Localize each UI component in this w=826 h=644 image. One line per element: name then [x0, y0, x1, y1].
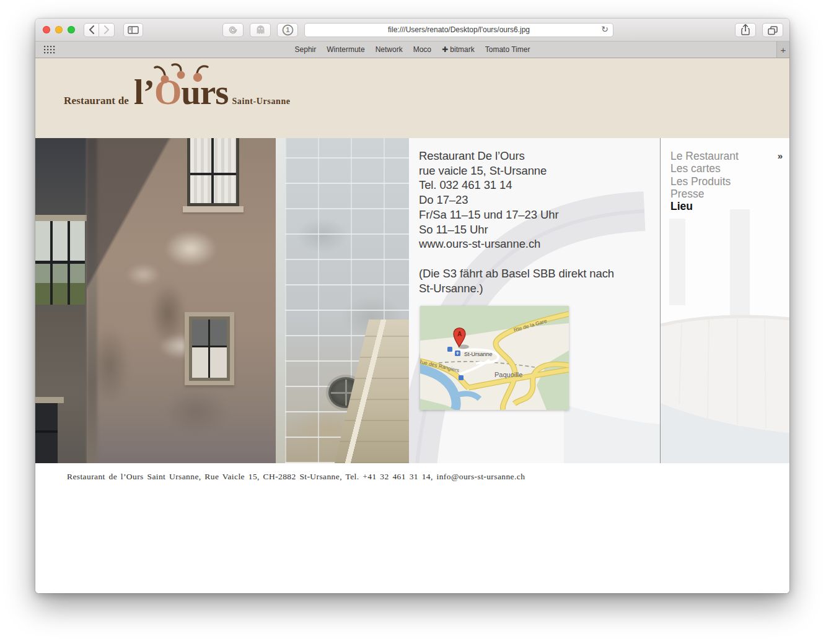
toolbar-right-group [735, 23, 783, 37]
bookmark-item[interactable]: Network [376, 45, 403, 54]
share-icon [740, 24, 751, 36]
photo-window-sill [183, 206, 244, 212]
contact-line: rue vaicle 15, St-Ursanne [419, 163, 558, 178]
photo-curtain-window-top [187, 138, 239, 206]
ghost-icon [256, 25, 265, 35]
svg-text:A: A [457, 331, 462, 337]
bookmark-item[interactable]: Moco [413, 45, 431, 54]
contact-line: Do 17–23 [419, 193, 558, 207]
circled-one-icon: 1 [282, 24, 294, 36]
transit-note: (Die S3 fährt ab Basel SBB direkt nachSt… [419, 266, 614, 295]
nav-sidebar: Le RestaurantLes cartesLes ProduitsPress… [661, 138, 789, 463]
spiral-icon [227, 25, 239, 35]
bookmark-item[interactable]: Tomato Timer [485, 45, 530, 54]
logo-wordmark: l’Ours [134, 76, 228, 109]
content-band: Restaurant De l’Oursrue vaicle 15, St-Ur… [35, 138, 789, 463]
web-page: Restaurant de l’Ours Saint-Ursanne [35, 58, 789, 593]
photo-window-lintel [35, 215, 90, 221]
contact-line: So 11–15 Uhr [419, 222, 558, 237]
location-map[interactable]: A St-Ursanne Paquoille Rte de la Gare Ru… [420, 306, 569, 410]
address-bar[interactable]: file:///Users/renato/Desktop/l'ours/ours… [304, 23, 613, 37]
zoom-button[interactable] [68, 26, 75, 33]
site-logo[interactable]: Restaurant de l’Ours Saint-Ursanne [64, 76, 291, 109]
chevron-right-icon [103, 25, 110, 34]
extension-buttons: 1 [222, 23, 298, 37]
share-button[interactable] [735, 23, 756, 37]
url-text: file:///Users/renato/Desktop/l'ours/ours… [388, 25, 530, 34]
contact-line: Fr/Sa 11–15 und 17–23 Uhr [419, 207, 558, 222]
spiral-extension-button[interactable] [222, 23, 244, 37]
note-line: (Die S3 fährt ab Basel SBB direkt nach [419, 266, 614, 281]
bookmarks-bar: SephirWintermuteNetworkMoco✚ bitmarkToma… [35, 41, 789, 58]
photo-diagonal-shadow [87, 138, 276, 463]
photo-window-lintel [35, 397, 64, 403]
svg-text:1: 1 [286, 26, 289, 33]
bookmark-item[interactable]: Wintermute [327, 45, 364, 54]
new-tab-button[interactable]: + [776, 41, 789, 58]
building-photo [35, 138, 409, 463]
photo-corner-quoin [276, 138, 285, 463]
sidebar-icon [128, 26, 139, 34]
back-button[interactable] [84, 23, 99, 37]
contact-line: www.ours-st-ursanne.ch [419, 237, 558, 251]
site-nav: Le RestaurantLes cartesLes ProduitsPress… [670, 150, 739, 212]
bear-paw-claws-icon [154, 63, 211, 85]
photo-window-bottom-left [35, 403, 58, 463]
minimize-button[interactable] [55, 26, 63, 33]
nav-item[interactable]: Presse [670, 188, 739, 200]
close-button[interactable] [43, 26, 50, 33]
map-place-label: St-Ursanne [464, 351, 493, 357]
tabs-icon [767, 25, 778, 35]
footer-address: Restaurant de l’Ours Saint Ursanne, Rue … [67, 472, 525, 482]
map-area-label: Paquoille [494, 371, 522, 378]
chevron-left-icon [89, 25, 95, 34]
ghost-extension-button[interactable] [250, 23, 271, 37]
browser-toolbar: 1 file:///Users/renato/Desktop/l'ours/ou… [35, 19, 789, 41]
contact-line: Tel. 032 461 31 14 [419, 178, 558, 193]
nav-item[interactable]: Lieu [670, 200, 739, 212]
reload-button[interactable]: ↻ [601, 24, 609, 34]
logo-suffix: Saint-Ursanne [232, 97, 290, 107]
bookmark-item[interactable]: ✚ bitmark [442, 45, 475, 54]
info-column: Restaurant De l’Oursrue vaicle 15, St-Ur… [409, 138, 661, 463]
password-extension-button[interactable]: 1 [277, 23, 298, 37]
site-header: Restaurant de l’Ours Saint-Ursanne [35, 58, 789, 138]
bookmark-list: SephirWintermuteNetworkMoco✚ bitmarkToma… [295, 45, 530, 54]
photo-window-left [35, 221, 85, 305]
logo-prefix: Restaurant de [64, 95, 129, 107]
contact-line: Restaurant De l’Ours [419, 149, 558, 163]
nav-item[interactable]: Les cartes [670, 162, 739, 175]
page-footer: Restaurant de l’Ours Saint Ursanne, Rue … [35, 463, 789, 593]
bookmark-item[interactable]: Sephir [295, 45, 317, 54]
contact-block: Restaurant De l’Oursrue vaicle 15, St-Ur… [419, 149, 558, 251]
nav-item[interactable]: Les Produits [670, 175, 739, 188]
sidebar-button[interactable] [123, 23, 143, 37]
logo-l: l’ [134, 72, 154, 111]
traffic-lights [43, 26, 75, 33]
note-line: St-Ursanne.) [419, 281, 614, 296]
nav-item[interactable]: Le Restaurant [670, 150, 739, 162]
show-tabs-button[interactable] [762, 23, 783, 37]
browser-window: 1 file:///Users/renato/Desktop/l'ours/ou… [35, 19, 789, 593]
favorites-grid-icon[interactable] [44, 46, 56, 54]
forward-button[interactable] [99, 23, 115, 37]
history-nav-group [84, 23, 115, 37]
photo-curtain-window-middle [189, 316, 230, 381]
nav-more-chevrons[interactable]: » [778, 150, 783, 161]
